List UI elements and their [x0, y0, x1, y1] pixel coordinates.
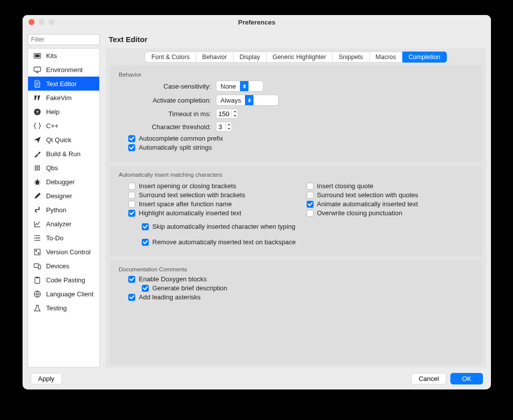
- category-list[interactable]: Kits Environment Text Editor FakeVim ? H…: [28, 48, 100, 367]
- doc-heading: Documentation Comments: [119, 266, 475, 272]
- skip-auto-char-checkbox[interactable]: [142, 223, 149, 230]
- page-title: Text Editor: [106, 34, 486, 49]
- auto-split-strings-checkbox[interactable]: [128, 144, 135, 151]
- skip-auto-char-label: Skip automatically inserted character wh…: [152, 223, 295, 230]
- bottom-bar: Apply Cancel OK: [23, 367, 491, 389]
- overwrite-punctuation-checkbox[interactable]: [307, 210, 314, 217]
- sidebar-item-qbs[interactable]: Qbs: [28, 161, 99, 175]
- sidebar-item-text-editor[interactable]: Text Editor: [28, 77, 99, 91]
- sidebar-item-code-pasting[interactable]: Code Pasting: [28, 273, 99, 287]
- sidebar-item-fakevim[interactable]: FakeVim: [28, 91, 99, 105]
- globe-icon: [33, 290, 41, 298]
- ok-button[interactable]: OK: [450, 373, 483, 384]
- svg-rect-1: [35, 54, 39, 57]
- activate-completion-select[interactable]: Always: [216, 95, 279, 106]
- close-window-button[interactable]: [29, 19, 35, 25]
- svg-rect-10: [35, 250, 37, 251]
- sidebar-item-environment[interactable]: Environment: [28, 63, 99, 77]
- timeout-input[interactable]: [216, 110, 231, 118]
- monitor-icon: [33, 66, 41, 74]
- case-sensitivity-label: Case-sensitivity:: [121, 83, 216, 90]
- char-threshold-input[interactable]: [216, 123, 225, 131]
- sidebar-item-label: Environment: [46, 66, 83, 74]
- sidebar-item-help[interactable]: ? Help: [28, 105, 99, 119]
- tab-completion[interactable]: Completion: [402, 52, 447, 63]
- sidebar-item-label: Devices: [46, 262, 69, 270]
- tab-display[interactable]: Display: [233, 52, 267, 63]
- filter-input[interactable]: [28, 34, 100, 45]
- cancel-button[interactable]: Cancel: [411, 373, 446, 384]
- insert-closing-quote-checkbox[interactable]: [307, 183, 314, 190]
- spin-down-icon[interactable]: [226, 127, 231, 131]
- insert-closing-quote-label: Insert closing quote: [317, 182, 374, 190]
- sidebar-item-label: Python: [46, 206, 66, 214]
- sidebar-item-todo[interactable]: To-Do: [28, 231, 99, 245]
- autocomplete-common-prefix-checkbox[interactable]: [128, 135, 135, 142]
- sidebar-item-testing[interactable]: Testing: [28, 301, 99, 315]
- auto-insert-group: Automatically insert matching characters…: [110, 166, 482, 256]
- apply-button[interactable]: Apply: [31, 373, 62, 384]
- sidebar-item-cpp[interactable]: C++: [28, 119, 99, 133]
- sidebar-item-label: Kits: [46, 52, 57, 60]
- preferences-window: Preferences Kits Environment Text Editor: [23, 15, 491, 389]
- surround-brackets-checkbox[interactable]: [128, 192, 135, 199]
- sidebar-item-devices[interactable]: Devices: [28, 259, 99, 273]
- help-icon: ?: [33, 108, 41, 116]
- titlebar: Preferences: [23, 15, 491, 29]
- space-after-func-label: Insert space after function name: [139, 200, 232, 208]
- enable-doxygen-checkbox[interactable]: [128, 276, 135, 283]
- sidebar-item-language-client[interactable]: Language Client: [28, 287, 99, 301]
- tab-font-colors[interactable]: Font & Colors: [145, 52, 196, 63]
- spin-down-icon[interactable]: [232, 114, 237, 118]
- remove-auto-backspace-label: Remove automatically inserted text on ba…: [152, 238, 296, 246]
- document-icon: [33, 80, 41, 88]
- sidebar-item-label: To-Do: [46, 234, 64, 242]
- auto-split-strings-label: Automatically split strings: [139, 144, 212, 151]
- sidebar-item-label: Debugger: [46, 178, 75, 186]
- pencil-icon: [33, 192, 41, 200]
- sidebar-item-python[interactable]: Python: [28, 203, 99, 217]
- leading-asterisks-checkbox[interactable]: [128, 294, 135, 301]
- char-threshold-spinbox[interactable]: [216, 122, 232, 132]
- sidebar-item-analyzer[interactable]: Analyzer: [28, 217, 99, 231]
- auto-insert-heading: Automatically insert matching characters: [119, 172, 475, 178]
- space-after-func-checkbox[interactable]: [128, 201, 135, 208]
- tab-behavior[interactable]: Behavior: [196, 52, 233, 63]
- case-sensitivity-select[interactable]: None: [216, 81, 264, 92]
- timeout-spinbox[interactable]: [216, 109, 238, 119]
- animate-auto-text-checkbox[interactable]: [307, 201, 314, 208]
- chart-icon: [33, 220, 41, 228]
- sidebar-item-version-control[interactable]: Version Control: [28, 245, 99, 259]
- sidebar-item-qtquick[interactable]: Qt Quick: [28, 133, 99, 147]
- clipboard-icon: [33, 276, 41, 284]
- spin-up-icon[interactable]: [226, 122, 231, 127]
- surround-quotes-checkbox[interactable]: [307, 192, 314, 199]
- zoom-window-button: [49, 19, 55, 25]
- tab-macros[interactable]: Macros: [369, 52, 403, 63]
- tab-generic-highlighter[interactable]: Generic Highlighter: [266, 52, 333, 63]
- svg-rect-11: [38, 252, 39, 254]
- sidebar-item-build-run[interactable]: Build & Run: [28, 147, 99, 161]
- sidebar-item-label: Code Pasting: [46, 276, 85, 284]
- svg-rect-13: [38, 265, 41, 269]
- svg-point-7: [34, 237, 35, 238]
- activate-completion-label: Activate completion:: [121, 97, 216, 104]
- sidebar-item-label: Language Client: [46, 290, 94, 298]
- sidebar-item-debugger[interactable]: Debugger: [28, 175, 99, 189]
- devices-icon: [33, 262, 41, 270]
- highlight-auto-text-checkbox[interactable]: [128, 210, 135, 217]
- svg-point-6: [34, 235, 35, 236]
- sidebar-item-label: Qbs: [46, 164, 58, 172]
- tab-snippets[interactable]: Snippets: [332, 52, 370, 63]
- spin-up-icon[interactable]: [232, 109, 237, 114]
- generate-brief-checkbox[interactable]: [142, 285, 149, 292]
- sidebar-item-kits[interactable]: Kits: [28, 49, 99, 63]
- remove-auto-backspace-checkbox[interactable]: [142, 239, 149, 246]
- insert-brackets-checkbox[interactable]: [128, 183, 135, 190]
- sidebar-item-designer[interactable]: Designer: [28, 189, 99, 203]
- window-title: Preferences: [23, 19, 491, 26]
- case-sensitivity-value: None: [220, 83, 240, 90]
- sidebar-item-label: FakeVim: [46, 94, 72, 102]
- animate-auto-text-label: Animate automatically inserted text: [317, 200, 418, 208]
- svg-text:?: ?: [36, 110, 39, 115]
